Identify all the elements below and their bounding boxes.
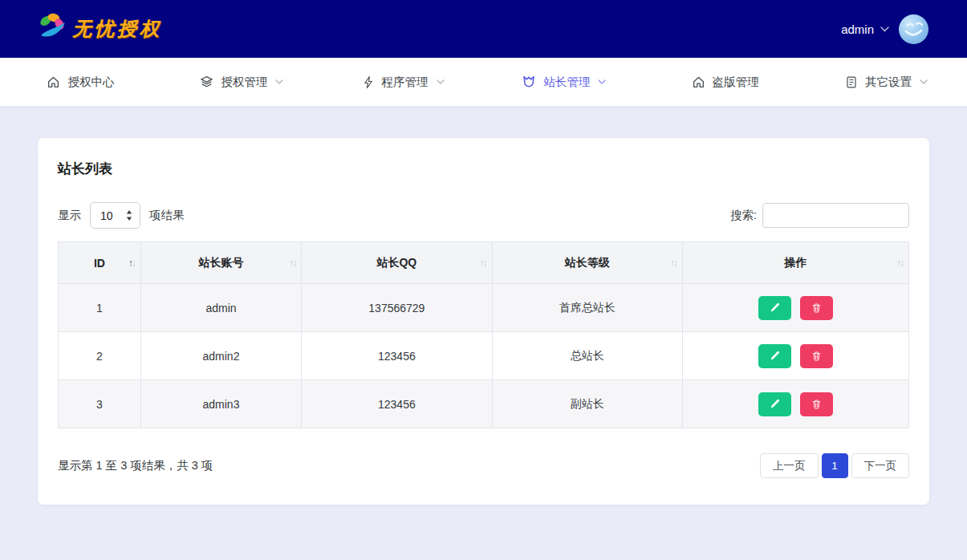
- chevron-down-icon: [437, 79, 445, 84]
- cell-qq: 123456: [302, 332, 492, 380]
- pagination: 上一页 1 下一页: [760, 453, 909, 478]
- nav-item-piracy-manage[interactable]: 盗版管理: [644, 58, 806, 106]
- chevron-down-icon: [275, 79, 283, 84]
- app-header: 无忧授权 admin: [0, 0, 967, 58]
- cell-qq: 123456: [302, 380, 492, 428]
- page-length-select[interactable]: 10: [90, 202, 140, 229]
- cell-id: 3: [59, 380, 141, 428]
- cell-level: 总站长: [492, 332, 682, 380]
- results-summary: 显示第 1 至 3 项结果，共 3 项: [58, 458, 213, 473]
- column-header-account[interactable]: 站长账号 ↑↓: [140, 242, 301, 284]
- cell-operations: [683, 284, 909, 332]
- nav-label: 授权管理: [221, 75, 267, 90]
- cell-operations: [683, 380, 909, 428]
- cell-account: admin3: [140, 380, 301, 428]
- table-controls: 显示 10 项结果 搜索:: [58, 202, 909, 229]
- delete-button[interactable]: [800, 392, 833, 416]
- webmaster-table: ID ↑↓ 站长账号 ↑↓ 站长QQ ↑↓ 站长等级 ↑↓: [58, 241, 909, 428]
- previous-page-button[interactable]: 上一页: [760, 453, 819, 478]
- table-row: 3 admin3 123456 副站长: [59, 380, 909, 428]
- lightning-icon: [362, 75, 375, 89]
- search-control: 搜索:: [730, 203, 909, 228]
- chevron-down-icon: [598, 79, 606, 84]
- next-page-button[interactable]: 下一页: [851, 453, 910, 478]
- table-row: 2 admin2 123456 总站长: [59, 332, 909, 380]
- chevron-down-icon: [920, 79, 928, 84]
- cell-account: admin: [140, 284, 301, 332]
- edit-button[interactable]: [758, 392, 791, 416]
- page-length-control: 显示 10 项结果: [58, 202, 185, 229]
- page-number-button[interactable]: 1: [822, 453, 848, 478]
- search-label: 搜索:: [730, 208, 757, 223]
- sort-arrows-icon: ↑↓: [289, 258, 295, 269]
- main-nav: 授权中心 授权管理 程序管理 站长管理 盗版管理 其它设置: [0, 58, 967, 107]
- search-input[interactable]: [762, 203, 909, 228]
- sort-arrows-icon: ↑↓: [480, 258, 486, 269]
- cell-level: 首席总站长: [492, 284, 682, 332]
- column-header-operations[interactable]: 操作 ↑↓: [683, 242, 909, 284]
- owl-icon: [522, 75, 536, 89]
- pencil-icon: [769, 399, 780, 410]
- nav-item-auth-center[interactable]: 授权中心: [0, 58, 161, 106]
- brand-logo[interactable]: 无忧授权: [35, 10, 162, 47]
- sort-arrows-icon: ↑↓: [670, 258, 676, 269]
- sort-arrows-icon: ↑↓: [896, 258, 903, 269]
- page-length-value: 10: [100, 209, 113, 222]
- table-row: 1 admin 137566729 首席总站长: [59, 284, 909, 332]
- cell-id: 1: [59, 284, 141, 332]
- edit-button[interactable]: [758, 344, 791, 368]
- nav-item-other-settings[interactable]: 其它设置: [806, 58, 967, 106]
- nav-label: 其它设置: [865, 75, 912, 90]
- show-label: 显示: [58, 208, 81, 223]
- column-header-qq[interactable]: 站长QQ ↑↓: [302, 242, 492, 284]
- pencil-icon: [769, 302, 780, 314]
- user-name-label: admin: [841, 22, 874, 36]
- layers-icon: [200, 75, 213, 89]
- trash-icon: [811, 302, 822, 314]
- cell-qq: 137566729: [302, 284, 492, 332]
- pencil-icon: [769, 351, 780, 362]
- delete-button[interactable]: [800, 344, 833, 368]
- nav-item-program-manage[interactable]: 程序管理: [323, 58, 484, 106]
- delete-button[interactable]: [800, 296, 833, 320]
- nav-label: 站长管理: [543, 75, 590, 90]
- nav-item-webmaster-manage[interactable]: 站长管理: [483, 58, 644, 106]
- brand-title: 无忧授权: [72, 16, 162, 42]
- cell-id: 2: [59, 332, 141, 380]
- user-area: admin: [841, 14, 928, 44]
- cell-account: admin2: [140, 332, 301, 380]
- table-header-row: ID ↑↓ 站长账号 ↑↓ 站长QQ ↑↓ 站长等级 ↑↓: [59, 242, 909, 284]
- avatar-smiley-icon: [899, 14, 928, 44]
- user-menu[interactable]: admin: [841, 22, 889, 36]
- column-header-id[interactable]: ID ↑↓: [59, 242, 141, 284]
- trash-icon: [811, 399, 822, 410]
- chevron-down-icon: [880, 26, 889, 32]
- cell-operations: [683, 332, 909, 380]
- nav-item-auth-manage[interactable]: 授权管理: [161, 58, 323, 106]
- main-content: 站长列表 显示 10 项结果 搜索: ID ↑↓: [0, 107, 967, 505]
- results-label: 项结果: [149, 208, 185, 223]
- page-title: 站长列表: [58, 160, 909, 178]
- webmaster-list-card: 站长列表 显示 10 项结果 搜索: ID ↑↓: [38, 138, 929, 505]
- column-header-level[interactable]: 站长等级 ↑↓: [492, 242, 682, 284]
- select-spinner-icon: [126, 210, 132, 221]
- edit-button[interactable]: [758, 296, 791, 320]
- cell-level: 副站长: [492, 380, 682, 428]
- home-icon: [47, 75, 60, 89]
- table-footer: 显示第 1 至 3 项结果，共 3 项 上一页 1 下一页: [58, 453, 909, 478]
- avatar[interactable]: [899, 14, 928, 44]
- brand-flower-icon: [35, 10, 69, 47]
- nav-label: 程序管理: [382, 75, 429, 90]
- file-text-icon: [845, 75, 858, 89]
- nav-label: 盗版管理: [713, 75, 759, 90]
- sort-arrows-icon: ↑↓: [128, 258, 135, 269]
- nav-label: 授权中心: [67, 75, 114, 90]
- trash-icon: [811, 351, 822, 362]
- home-icon: [692, 75, 705, 89]
